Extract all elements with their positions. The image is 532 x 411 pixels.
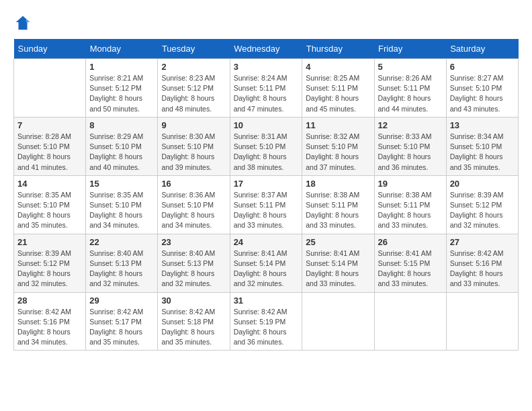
day-number: 26 bbox=[378, 237, 443, 247]
day-info: Sunrise: 8:23 AM Sunset: 5:12 PM Dayligh… bbox=[161, 73, 226, 114]
day-info: Sunrise: 8:30 AM Sunset: 5:10 PM Dayligh… bbox=[161, 132, 226, 173]
day-cell: 26Sunrise: 8:41 AM Sunset: 5:15 PM Dayli… bbox=[374, 234, 446, 292]
day-number: 19 bbox=[378, 179, 443, 189]
day-cell: 12Sunrise: 8:33 AM Sunset: 5:10 PM Dayli… bbox=[374, 117, 446, 175]
day-info: Sunrise: 8:24 AM Sunset: 5:11 PM Dayligh… bbox=[234, 73, 299, 114]
day-number: 8 bbox=[89, 120, 154, 130]
day-number: 28 bbox=[17, 295, 82, 306]
week-row-5: 28Sunrise: 8:42 AM Sunset: 5:16 PM Dayli… bbox=[14, 292, 519, 351]
day-cell: 17Sunrise: 8:37 AM Sunset: 5:11 PM Dayli… bbox=[230, 175, 302, 234]
header-sunday: Sunday bbox=[14, 39, 86, 59]
day-info: Sunrise: 8:41 AM Sunset: 5:14 PM Dayligh… bbox=[234, 248, 299, 289]
day-info: Sunrise: 8:28 AM Sunset: 5:10 PM Dayligh… bbox=[17, 132, 82, 173]
day-info: Sunrise: 8:36 AM Sunset: 5:10 PM Dayligh… bbox=[161, 190, 226, 231]
day-info: Sunrise: 8:35 AM Sunset: 5:10 PM Dayligh… bbox=[89, 190, 154, 231]
day-info: Sunrise: 8:39 AM Sunset: 5:12 PM Dayligh… bbox=[450, 190, 515, 231]
day-cell: 11Sunrise: 8:32 AM Sunset: 5:10 PM Dayli… bbox=[302, 117, 374, 175]
day-cell: 3Sunrise: 8:24 AM Sunset: 5:11 PM Daylig… bbox=[230, 59, 302, 118]
day-number: 18 bbox=[306, 179, 370, 189]
day-number: 12 bbox=[378, 120, 443, 130]
logo bbox=[13, 13, 35, 32]
day-info: Sunrise: 8:25 AM Sunset: 5:11 PM Dayligh… bbox=[306, 73, 370, 114]
day-info: Sunrise: 8:42 AM Sunset: 5:18 PM Dayligh… bbox=[161, 307, 226, 348]
day-info: Sunrise: 8:39 AM Sunset: 5:12 PM Dayligh… bbox=[17, 248, 82, 289]
day-cell: 5Sunrise: 8:26 AM Sunset: 5:11 PM Daylig… bbox=[374, 59, 446, 118]
day-number: 20 bbox=[450, 179, 515, 189]
day-info: Sunrise: 8:27 AM Sunset: 5:10 PM Dayligh… bbox=[450, 73, 515, 114]
day-cell: 27Sunrise: 8:42 AM Sunset: 5:16 PM Dayli… bbox=[446, 234, 518, 292]
day-number: 3 bbox=[234, 62, 299, 72]
day-info: Sunrise: 8:42 AM Sunset: 5:16 PM Dayligh… bbox=[17, 307, 82, 348]
day-cell bbox=[14, 59, 86, 118]
day-number: 1 bbox=[89, 62, 154, 72]
week-row-2: 7Sunrise: 8:28 AM Sunset: 5:10 PM Daylig… bbox=[14, 117, 519, 175]
day-info: Sunrise: 8:40 AM Sunset: 5:13 PM Dayligh… bbox=[161, 248, 226, 289]
day-number: 30 bbox=[161, 295, 226, 306]
day-cell: 25Sunrise: 8:41 AM Sunset: 5:14 PM Dayli… bbox=[302, 234, 374, 292]
day-cell: 13Sunrise: 8:34 AM Sunset: 5:10 PM Dayli… bbox=[446, 117, 518, 175]
day-cell: 9Sunrise: 8:30 AM Sunset: 5:10 PM Daylig… bbox=[158, 117, 230, 175]
header-saturday: Saturday bbox=[446, 39, 518, 59]
day-number: 21 bbox=[17, 237, 82, 247]
day-number: 2 bbox=[161, 62, 226, 72]
header-wednesday: Wednesday bbox=[230, 39, 302, 59]
day-cell bbox=[446, 292, 518, 351]
day-number: 5 bbox=[378, 62, 443, 72]
day-info: Sunrise: 8:21 AM Sunset: 5:12 PM Dayligh… bbox=[89, 73, 154, 114]
week-row-3: 14Sunrise: 8:35 AM Sunset: 5:10 PM Dayli… bbox=[14, 175, 519, 234]
day-number: 7 bbox=[17, 120, 82, 130]
day-cell bbox=[374, 292, 446, 351]
day-number: 23 bbox=[161, 237, 226, 247]
day-cell: 8Sunrise: 8:29 AM Sunset: 5:10 PM Daylig… bbox=[86, 117, 158, 175]
header-row: SundayMondayTuesdayWednesdayThursdayFrid… bbox=[14, 39, 519, 59]
day-info: Sunrise: 8:31 AM Sunset: 5:10 PM Dayligh… bbox=[234, 132, 299, 173]
day-number: 15 bbox=[89, 179, 154, 189]
day-info: Sunrise: 8:37 AM Sunset: 5:11 PM Dayligh… bbox=[234, 190, 299, 231]
day-number: 27 bbox=[450, 237, 515, 247]
day-number: 13 bbox=[450, 120, 515, 130]
day-cell: 30Sunrise: 8:42 AM Sunset: 5:18 PM Dayli… bbox=[158, 292, 230, 351]
day-info: Sunrise: 8:29 AM Sunset: 5:10 PM Dayligh… bbox=[89, 132, 154, 173]
week-row-4: 21Sunrise: 8:39 AM Sunset: 5:12 PM Dayli… bbox=[14, 234, 519, 292]
day-info: Sunrise: 8:41 AM Sunset: 5:14 PM Dayligh… bbox=[306, 248, 370, 289]
day-cell: 20Sunrise: 8:39 AM Sunset: 5:12 PM Dayli… bbox=[446, 175, 518, 234]
week-row-1: 1Sunrise: 8:21 AM Sunset: 5:12 PM Daylig… bbox=[14, 59, 519, 118]
svg-marker-0 bbox=[16, 16, 30, 30]
day-cell: 22Sunrise: 8:40 AM Sunset: 5:13 PM Dayli… bbox=[86, 234, 158, 292]
day-cell: 18Sunrise: 8:38 AM Sunset: 5:11 PM Dayli… bbox=[302, 175, 374, 234]
day-number: 6 bbox=[450, 62, 515, 72]
day-cell: 2Sunrise: 8:23 AM Sunset: 5:12 PM Daylig… bbox=[158, 59, 230, 118]
day-cell: 29Sunrise: 8:42 AM Sunset: 5:17 PM Dayli… bbox=[86, 292, 158, 351]
day-number: 9 bbox=[161, 120, 226, 130]
header-monday: Monday bbox=[86, 39, 158, 59]
day-info: Sunrise: 8:38 AM Sunset: 5:11 PM Dayligh… bbox=[306, 190, 370, 231]
day-number: 24 bbox=[234, 237, 299, 247]
day-info: Sunrise: 8:33 AM Sunset: 5:10 PM Dayligh… bbox=[378, 132, 443, 173]
day-info: Sunrise: 8:42 AM Sunset: 5:19 PM Dayligh… bbox=[234, 307, 299, 348]
day-cell: 4Sunrise: 8:25 AM Sunset: 5:11 PM Daylig… bbox=[302, 59, 374, 118]
day-cell: 19Sunrise: 8:38 AM Sunset: 5:11 PM Dayli… bbox=[374, 175, 446, 234]
day-number: 16 bbox=[161, 179, 226, 189]
day-cell: 28Sunrise: 8:42 AM Sunset: 5:16 PM Dayli… bbox=[14, 292, 86, 351]
day-info: Sunrise: 8:40 AM Sunset: 5:13 PM Dayligh… bbox=[89, 248, 154, 289]
day-info: Sunrise: 8:34 AM Sunset: 5:10 PM Dayligh… bbox=[450, 132, 515, 173]
day-cell: 24Sunrise: 8:41 AM Sunset: 5:14 PM Dayli… bbox=[230, 234, 302, 292]
page-header bbox=[13, 13, 519, 32]
header-friday: Friday bbox=[374, 39, 446, 59]
day-number: 14 bbox=[17, 179, 82, 189]
day-number: 29 bbox=[89, 295, 154, 306]
logo-icon bbox=[13, 13, 32, 32]
day-info: Sunrise: 8:38 AM Sunset: 5:11 PM Dayligh… bbox=[378, 190, 443, 231]
day-cell: 15Sunrise: 8:35 AM Sunset: 5:10 PM Dayli… bbox=[86, 175, 158, 234]
day-cell: 7Sunrise: 8:28 AM Sunset: 5:10 PM Daylig… bbox=[14, 117, 86, 175]
day-number: 4 bbox=[306, 62, 370, 72]
day-info: Sunrise: 8:35 AM Sunset: 5:10 PM Dayligh… bbox=[17, 190, 82, 231]
day-info: Sunrise: 8:32 AM Sunset: 5:10 PM Dayligh… bbox=[306, 132, 370, 173]
day-cell: 14Sunrise: 8:35 AM Sunset: 5:10 PM Dayli… bbox=[14, 175, 86, 234]
day-cell: 21Sunrise: 8:39 AM Sunset: 5:12 PM Dayli… bbox=[14, 234, 86, 292]
day-info: Sunrise: 8:41 AM Sunset: 5:15 PM Dayligh… bbox=[378, 248, 443, 289]
day-number: 11 bbox=[306, 120, 370, 130]
day-cell: 10Sunrise: 8:31 AM Sunset: 5:10 PM Dayli… bbox=[230, 117, 302, 175]
day-cell: 31Sunrise: 8:42 AM Sunset: 5:19 PM Dayli… bbox=[230, 292, 302, 351]
day-info: Sunrise: 8:42 AM Sunset: 5:16 PM Dayligh… bbox=[450, 248, 515, 289]
